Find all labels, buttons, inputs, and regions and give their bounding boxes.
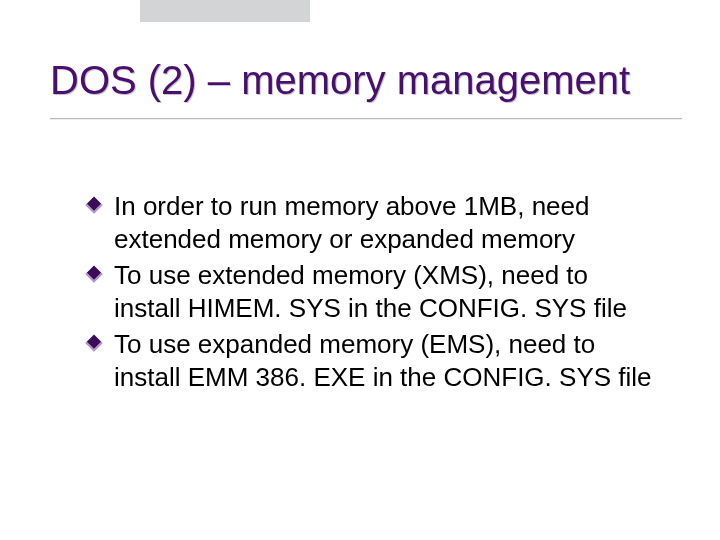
bullet-text: In order to run memory above 1MB, need e… (114, 191, 589, 254)
list-item: In order to run memory above 1MB, need e… (88, 190, 660, 255)
diamond-bullet-icon (86, 266, 103, 283)
slide-title: DOS (2) – memory management (50, 58, 680, 102)
title-underline (50, 118, 682, 119)
bullet-text: To use extended memory (XMS), need to in… (114, 260, 627, 323)
list-item: To use expanded memory (EMS), need to in… (88, 328, 660, 393)
slide-body: In order to run memory above 1MB, need e… (88, 190, 660, 397)
diamond-bullet-icon (86, 335, 103, 352)
bullet-text: To use expanded memory (EMS), need to in… (114, 329, 652, 392)
slide: DOS (2) – memory management In order to … (0, 0, 720, 540)
list-item: To use extended memory (XMS), need to in… (88, 259, 660, 324)
top-accent-bar (140, 0, 310, 22)
diamond-bullet-icon (86, 197, 103, 214)
